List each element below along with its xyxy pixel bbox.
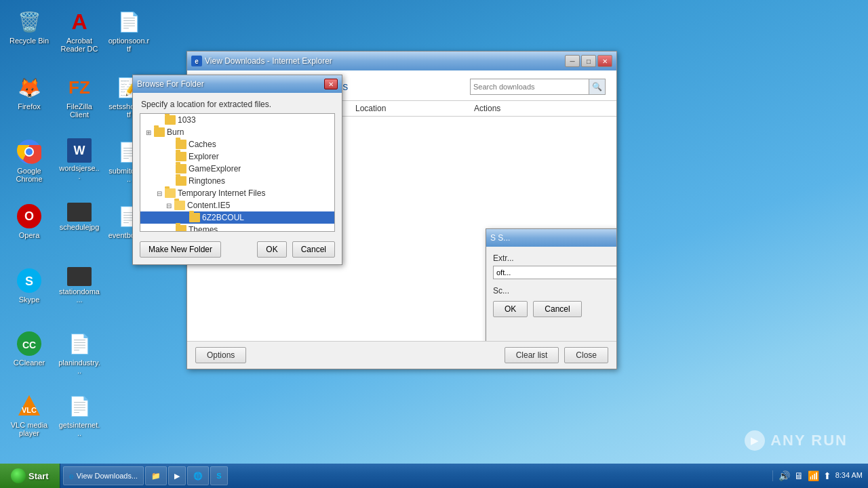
ccleaner-label: CCleaner [14, 359, 45, 367]
tree-label-1033: 1033 [178, 115, 196, 125]
desktop: 🗑️ Recycle Bin A Acrobat Reader DC 📄 opt… [0, 0, 868, 488]
tray-volume-icon[interactable]: 🔊 [778, 470, 790, 481]
browse-folder-tree[interactable]: 1033 ⊞ Burn Caches Explorer GameExplor [140, 113, 335, 232]
acrobat-label: Acrobat Reader DC [58, 37, 100, 53]
tree-expand-contentie5: ⊟ [163, 200, 174, 211]
tray-upload-icon[interactable]: ⬆ [823, 470, 831, 481]
anyrun-play-icon: ▶ [745, 430, 765, 451]
tree-item-themes[interactable]: Themes [140, 224, 334, 232]
ie-options-button[interactable]: Options [195, 347, 246, 363]
ie-maximize-button[interactable]: □ [581, 55, 596, 67]
acrobat-icon: A [66, 8, 93, 35]
ie-col-actions: Actions [474, 104, 611, 113]
tree-item-6z2bcoul[interactable]: 6Z2BCOUL [140, 211, 334, 224]
desktop-icon-schedulejpg[interactable]: schedulejpg [56, 200, 103, 234]
skype-label: Skype [19, 296, 40, 304]
desktop-icon-planindustry[interactable]: 📄 planindustry... [56, 327, 103, 378]
taskbar-tray: 🔊 🖥 📶 ⬆ 8:34 AM [772, 470, 868, 481]
partial-extract-input[interactable] [493, 266, 616, 279]
taskbar: Start e View Downloads... 📁 ▶ 🌐 S 🔊 🖥 [0, 464, 868, 488]
tray-display-icon[interactable]: 🖥 [794, 470, 804, 481]
tree-item-gameexplorer[interactable]: GameExplorer [140, 163, 334, 175]
taskbar-skype-icon: S [216, 472, 221, 480]
ie-close-window-button[interactable]: Close [564, 347, 608, 363]
tree-folder-icon-tempinternetfiles [165, 188, 176, 198]
ie-close-button[interactable]: ✕ [597, 55, 612, 67]
make-new-folder-button[interactable]: Make New Folder [140, 241, 221, 258]
chrome-label: Google Chrome [8, 167, 50, 183]
skype-icon: S [16, 267, 43, 294]
ie-clear-list-button[interactable]: Clear list [505, 347, 559, 363]
tree-expand-gameexplorer [165, 163, 176, 174]
start-button[interactable]: Start [0, 464, 60, 488]
ie-search-input[interactable] [471, 83, 589, 91]
tree-item-caches[interactable]: Caches [140, 138, 334, 150]
tree-label-tempinternetfiles: Temporary Internet Files [178, 188, 265, 198]
desktop-icon-recycle-bin[interactable]: 🗑️ Recycle Bin [5, 5, 53, 47]
opera-icon: O [16, 203, 43, 230]
tree-item-tempinternetfiles[interactable]: ⊟ Temporary Internet Files [140, 187, 334, 199]
stationdoma-icon [67, 267, 92, 286]
getsinter-label: getsinternet... [58, 421, 100, 437]
start-label: Start [28, 471, 49, 481]
desktop-icon-acrobat[interactable]: A Acrobat Reader DC [56, 5, 103, 56]
ie-footer-left: Options [195, 347, 246, 363]
tree-expand-ringtones [165, 176, 176, 186]
desktop-icon-stationdoma[interactable]: stationdoma... [56, 264, 103, 306]
tree-label-6z2bcoul: 6Z2BCOUL [202, 213, 244, 222]
desktop-icon-firefox[interactable]: 🦊 Firefox [5, 71, 53, 113]
ie-search-button[interactable]: 🔍 [589, 79, 605, 94]
tree-label-ringtones: Ringtones [189, 176, 225, 186]
taskbar-ie-label: View Downloads... [77, 472, 138, 480]
tray-network-icon[interactable]: 📶 [808, 470, 819, 481]
partial-ok-button[interactable]: OK [493, 301, 528, 317]
opera-label: Opera [19, 231, 40, 239]
desktop-icon-skype[interactable]: S Skype [5, 264, 53, 306]
partial-cancel-button[interactable]: Cancel [533, 301, 581, 317]
browse-ok-button[interactable]: OK [257, 241, 286, 258]
browse-dialog-title: Browse For Folder [137, 79, 204, 89]
taskbar-item-winmedia[interactable]: ▶ [168, 466, 186, 485]
desktop-icon-vlcplayer[interactable]: VLC VLC media player [5, 390, 53, 440]
tree-item-ringtones[interactable]: Ringtones [140, 175, 334, 187]
desktop-icon-chrome[interactable]: Google Chrome [5, 136, 53, 186]
taskbar-clock: 8:34 AM [835, 470, 863, 481]
taskbar-item-ie[interactable]: e View Downloads... [63, 466, 144, 485]
tree-item-contentie5[interactable]: ⊟ Content.IE5 [140, 199, 334, 211]
browse-dialog-titlebar: Browse For Folder ✕ [133, 75, 342, 93]
browse-cancel-button[interactable]: Cancel [292, 241, 335, 258]
browse-close-button[interactable]: ✕ [324, 79, 338, 89]
tree-folder-icon-themes [176, 225, 186, 232]
taskbar-item-folder[interactable]: 📁 [145, 466, 167, 485]
taskbar-chrome-icon: 🌐 [193, 472, 203, 481]
planindustry-icon: 📄 [66, 330, 93, 357]
partial-extract-label: Extr... [493, 253, 616, 263]
ie-minimize-button[interactable]: ─ [565, 55, 580, 67]
tree-label-caches: Caches [189, 140, 216, 149]
schedulejpg-icon [67, 203, 92, 222]
ie-window-title: View Downloads - Internet Explorer [205, 56, 332, 66]
tree-folder-icon-6z2bcoul [189, 213, 200, 222]
tree-item-explorer[interactable]: Explorer [140, 150, 334, 163]
taskbar-item-skype[interactable]: S [210, 466, 227, 485]
desktop-icon-filezilla[interactable]: FZ FileZilla Client [56, 71, 103, 121]
partial-dialog-content: Extr... Sc... OK Cancel [486, 247, 616, 324]
desktop-icon-opera[interactable]: O Opera [5, 200, 53, 242]
tree-folder-icon-caches [176, 140, 186, 149]
tree-label-gameexplorer: GameExplorer [189, 164, 241, 174]
tree-item-burn[interactable]: ⊞ Burn [140, 126, 334, 138]
taskbar-item-chrome[interactable]: 🌐 [187, 466, 209, 485]
getsinter-icon: 📄 [66, 392, 93, 420]
tree-item-1033[interactable]: 1033 [140, 114, 334, 126]
ie-footer: Options Clear list Close [187, 341, 616, 369]
tree-expand-caches [165, 139, 176, 150]
desktop-icon-wordsjerse[interactable]: W wordsjerse... [56, 136, 103, 183]
recycle-bin-icon: 🗑️ [16, 8, 43, 35]
desktop-icon-optionsoon[interactable]: 📄 optionsoon.rtf [105, 5, 153, 56]
tree-label-themes: Themes [189, 225, 218, 232]
desktop-icon-getsinter[interactable]: 📄 getsinternet... [56, 390, 103, 440]
start-orb-icon [11, 468, 26, 483]
ie-footer-right: Clear list Close [505, 347, 608, 363]
svg-text:S: S [25, 274, 33, 288]
desktop-icon-ccleaner[interactable]: CC CCleaner [5, 327, 53, 369]
